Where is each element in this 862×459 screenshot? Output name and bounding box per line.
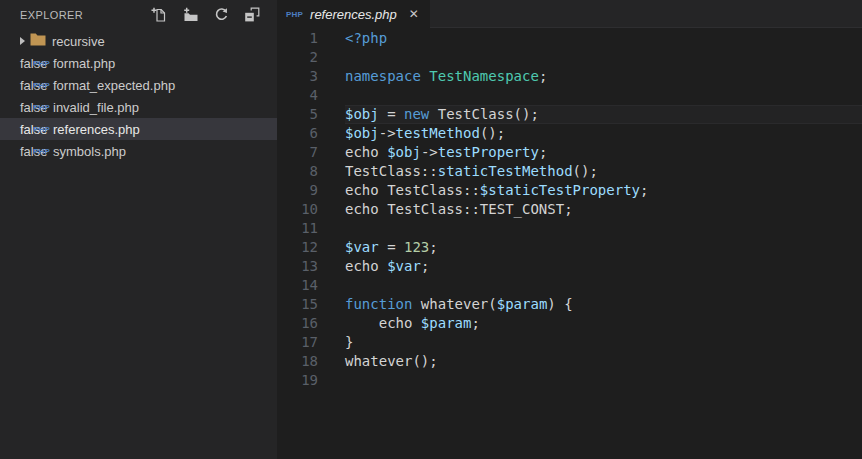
file-row[interactable]: falsePHPreferences.php — [0, 118, 277, 140]
line-number: 8 — [277, 162, 318, 181]
line-number: 14 — [277, 276, 318, 295]
line-number: 12 — [277, 238, 318, 257]
line-number: 15 — [277, 295, 318, 314]
code-text: $obj->testMethod(); — [345, 124, 862, 143]
file-row[interactable]: recursive — [0, 30, 277, 52]
code-line[interactable]: 18whatever(); — [277, 352, 862, 371]
code-line[interactable]: 11 — [277, 219, 862, 238]
php-icon: PHP — [33, 103, 53, 112]
line-number: 19 — [277, 371, 318, 390]
line-number: 1 — [277, 29, 318, 48]
code-text — [345, 48, 862, 67]
tab-label: references.php — [310, 7, 397, 22]
code-text — [345, 86, 862, 105]
code-area[interactable]: 1<?php23namespace TestNamespace;45$obj =… — [277, 28, 862, 459]
refresh-icon — [213, 7, 229, 23]
file-label: recursive — [52, 34, 105, 49]
refresh-button[interactable] — [212, 6, 230, 24]
code-text: echo TestClass::TEST_CONST; — [345, 200, 862, 219]
new-folder-button[interactable] — [181, 6, 199, 24]
explorer-header: EXPLORER — [0, 0, 277, 30]
collapse-all-button[interactable] — [243, 6, 261, 24]
code-text: namespace TestNamespace; — [345, 67, 862, 86]
line-number: 6 — [277, 124, 318, 143]
file-label: symbols.php — [53, 144, 126, 159]
explorer-actions — [150, 6, 261, 24]
code-text: echo $var; — [345, 257, 862, 276]
line-number: 5 — [277, 105, 318, 124]
file-row[interactable]: falsePHPformat_expected.php — [0, 74, 277, 96]
code-line[interactable]: 4 — [277, 86, 862, 105]
code-line[interactable]: 1<?php — [277, 29, 862, 48]
code-text: function whatever($param) { — [345, 295, 862, 314]
code-text: $obj = new TestClass(); — [345, 105, 862, 124]
php-icon: PHP — [33, 147, 53, 156]
code-line[interactable]: 5$obj = new TestClass(); — [277, 105, 862, 124]
code-text: whatever(); — [345, 352, 862, 371]
chevron-right-icon[interactable] — [20, 37, 25, 45]
code-line[interactable]: 16 echo $param; — [277, 314, 862, 333]
line-number: 4 — [277, 86, 318, 105]
code-text — [345, 371, 862, 390]
php-icon: PHP — [33, 125, 53, 134]
folder-icon — [30, 33, 52, 49]
php-icon: PHP — [33, 59, 53, 68]
code-line[interactable]: 6$obj->testMethod(); — [277, 124, 862, 143]
file-row[interactable]: falsePHPsymbols.php — [0, 140, 277, 162]
line-number: 16 — [277, 314, 318, 333]
line-number: 10 — [277, 200, 318, 219]
collapse-all-icon — [244, 7, 260, 23]
code-line[interactable]: 10echo TestClass::TEST_CONST; — [277, 200, 862, 219]
file-list: recursivefalsePHPformat.phpfalsePHPforma… — [0, 30, 277, 162]
code-line[interactable]: 19 — [277, 371, 862, 390]
tab-bar: PHPreferences.php✕ — [277, 0, 862, 28]
line-number: 11 — [277, 219, 318, 238]
line-number: 18 — [277, 352, 318, 371]
code-text: TestClass::staticTestMethod(); — [345, 162, 862, 181]
editor-group: PHPreferences.php✕ 1<?php23namespace Tes… — [277, 0, 862, 459]
line-number: 17 — [277, 333, 318, 352]
code-text: echo $param; — [345, 314, 862, 333]
code-line[interactable]: 2 — [277, 48, 862, 67]
code-line[interactable]: 13echo $var; — [277, 257, 862, 276]
code-line[interactable]: 8TestClass::staticTestMethod(); — [277, 162, 862, 181]
code-text: echo $obj->testProperty; — [345, 143, 862, 162]
explorer-title: EXPLORER — [20, 9, 83, 21]
code-text: } — [345, 333, 862, 352]
code-line[interactable]: 3namespace TestNamespace; — [277, 67, 862, 86]
file-label: format.php — [53, 56, 115, 71]
line-number: 2 — [277, 48, 318, 67]
new-file-icon — [151, 7, 167, 23]
explorer-sidebar: EXPLORER — [0, 0, 277, 459]
php-icon: PHP — [33, 81, 53, 90]
tab-references-php[interactable]: PHPreferences.php✕ — [277, 0, 430, 28]
file-label: references.php — [53, 122, 140, 137]
line-number: 3 — [277, 67, 318, 86]
code-text — [345, 276, 862, 295]
code-line[interactable]: 7echo $obj->testProperty; — [277, 143, 862, 162]
code-line[interactable]: 12$var = 123; — [277, 238, 862, 257]
code-line[interactable]: 15function whatever($param) { — [277, 295, 862, 314]
new-folder-icon — [182, 7, 198, 23]
file-row[interactable]: falsePHPinvalid_file.php — [0, 96, 277, 118]
php-icon: PHP — [286, 10, 303, 19]
code-text: echo TestClass::$staticTestProperty; — [345, 181, 862, 200]
close-icon[interactable]: ✕ — [407, 6, 421, 22]
code-line[interactable]: 9echo TestClass::$staticTestProperty; — [277, 181, 862, 200]
line-number: 7 — [277, 143, 318, 162]
code-text — [345, 219, 862, 238]
file-row[interactable]: falsePHPformat.php — [0, 52, 277, 74]
code-text: $var = 123; — [345, 238, 862, 257]
file-label: format_expected.php — [53, 78, 175, 93]
line-number: 9 — [277, 181, 318, 200]
new-file-button[interactable] — [150, 6, 168, 24]
code-line[interactable]: 17} — [277, 333, 862, 352]
line-number: 13 — [277, 257, 318, 276]
code-line[interactable]: 14 — [277, 276, 862, 295]
file-label: invalid_file.php — [53, 100, 139, 115]
code-text: <?php — [345, 29, 862, 48]
